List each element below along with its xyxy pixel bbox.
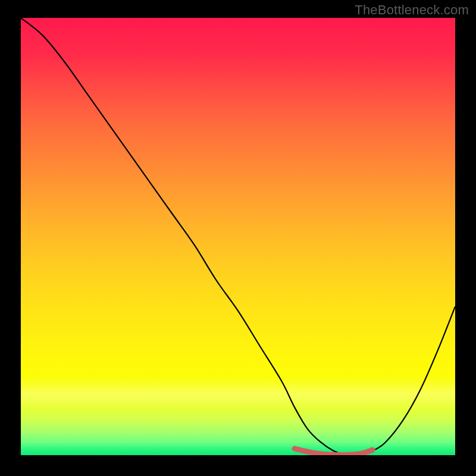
heat-gradient-background — [21, 18, 455, 455]
chart-frame: TheBottleneck.com — [0, 0, 476, 476]
plot-area — [21, 18, 455, 455]
watermark-text: TheBottleneck.com — [355, 2, 469, 18]
